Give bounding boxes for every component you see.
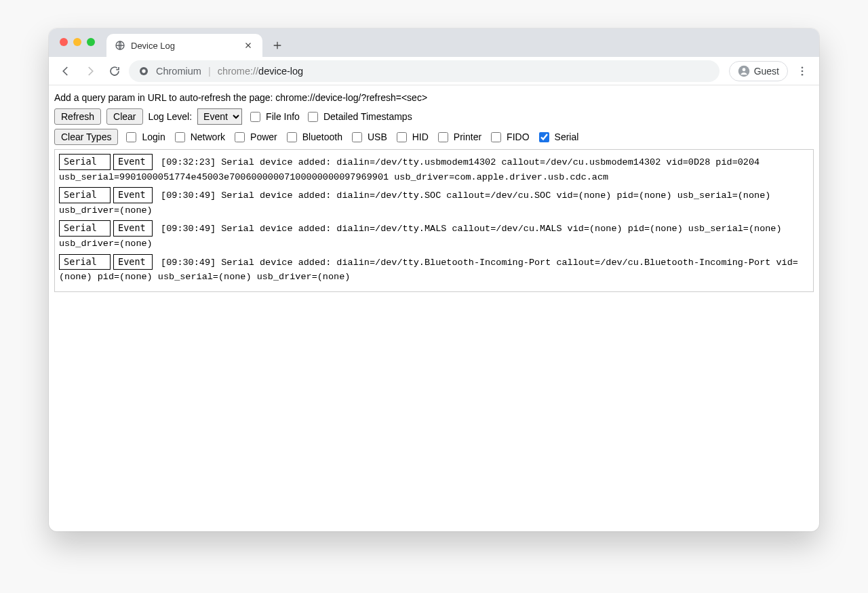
svg-point-7 (802, 73, 804, 75)
window-controls (60, 38, 95, 46)
detailed-timestamps-checkbox[interactable]: Detailed Timestamps (305, 110, 412, 124)
clear-button[interactable]: Clear (106, 108, 142, 125)
log-message: [09:32:23] Serial device added: dialin=/… (59, 157, 760, 182)
type-filter-power-input[interactable] (235, 132, 245, 142)
type-filter-printer-input[interactable] (438, 132, 448, 142)
detailed-timestamps-input[interactable] (308, 112, 318, 122)
type-filter-network-input[interactable] (175, 132, 185, 142)
type-filter-bluetooth[interactable]: Bluetooth (284, 130, 342, 144)
log-entry: SerialEvent [09:30:49] Serial device add… (59, 254, 809, 285)
svg-point-4 (742, 68, 745, 71)
type-filter-login[interactable]: Login (123, 130, 165, 144)
toolbar: Chromium | chrome://device-log Guest (49, 57, 819, 85)
forward-button[interactable] (80, 61, 100, 81)
page-content: Add a query param in URL to auto-refresh… (49, 85, 819, 531)
log-level-label: Log Level: (149, 111, 193, 122)
type-filter-hid-input[interactable] (397, 132, 407, 142)
menu-button[interactable] (792, 61, 812, 81)
log-message: [09:30:49] Serial device added: dialin=/… (59, 258, 798, 283)
back-button[interactable] (56, 61, 76, 81)
log-entry: SerialEvent [09:30:49] Serial device add… (59, 220, 809, 251)
clear-types-button[interactable]: Clear Types (54, 129, 118, 145)
globe-icon (115, 40, 125, 51)
type-filter-serial-input[interactable] (539, 132, 549, 142)
window-minimize-button[interactable] (73, 38, 81, 46)
refresh-hint: Add a query param in URL to auto-refresh… (54, 92, 814, 103)
profile-button[interactable]: Guest (729, 61, 788, 81)
refresh-button[interactable]: Refresh (54, 108, 101, 125)
log-level-select[interactable]: Event (197, 108, 242, 125)
type-filter-fido-input[interactable] (491, 132, 501, 142)
tab-strip: Device Log (49, 28, 819, 57)
chromium-icon (138, 66, 149, 77)
log-message: [09:30:49] Serial device added: dialin=/… (59, 224, 782, 249)
controls-row-2: Clear Types LoginNetworkPowerBluetoothUS… (54, 129, 814, 145)
log-level-tag: Event (113, 254, 153, 270)
log-level-tag: Event (113, 187, 153, 203)
controls-row-1: Refresh Clear Log Level: Event File Info… (54, 108, 814, 125)
log-category-tag: Serial (59, 220, 111, 237)
type-filter-usb[interactable]: USB (349, 130, 387, 144)
type-filter-power[interactable]: Power (232, 130, 277, 144)
log-level-tag: Event (113, 220, 153, 237)
tab-title: Device Log (131, 41, 237, 51)
reload-button[interactable] (104, 61, 125, 81)
log-category-tag: Serial (59, 254, 111, 270)
type-filter-hid[interactable]: HID (394, 130, 429, 144)
log-message: [09:30:49] Serial device added: dialin=/… (59, 190, 770, 216)
log-entry: SerialEvent [09:32:23] Serial device add… (59, 154, 809, 184)
type-filter-network[interactable]: Network (172, 130, 225, 144)
profile-label: Guest (754, 66, 779, 77)
svg-point-2 (142, 69, 145, 73)
log-category-tag: Serial (59, 154, 111, 170)
log-category-tag: Serial (59, 187, 111, 203)
file-info-checkbox[interactable]: File Info (248, 110, 300, 124)
file-info-input[interactable] (250, 112, 260, 122)
type-filter-fido[interactable]: FIDO (488, 130, 529, 144)
tab-close-button[interactable] (242, 39, 254, 52)
type-filter-printer[interactable]: Printer (435, 130, 481, 144)
window-close-button[interactable] (60, 38, 68, 46)
omnibox-separator: | (208, 66, 211, 77)
browser-window: Device Log Chromium | chrome://device-l (49, 28, 819, 531)
log-entry: SerialEvent [09:30:49] Serial device add… (59, 187, 809, 218)
svg-point-6 (802, 70, 804, 72)
type-filter-usb-input[interactable] (352, 132, 362, 142)
person-icon (738, 65, 750, 77)
address-bar[interactable]: Chromium | chrome://device-log (129, 60, 719, 82)
window-zoom-button[interactable] (87, 38, 95, 46)
tab-active[interactable]: Device Log (106, 34, 262, 57)
new-tab-button[interactable] (268, 36, 287, 55)
type-filter-login-input[interactable] (126, 132, 136, 142)
type-filter-bluetooth-input[interactable] (287, 132, 297, 142)
log-level-tag: Event (113, 154, 153, 170)
log-area: SerialEvent [09:32:23] Serial device add… (54, 149, 814, 292)
omnibox-url: chrome://device-log (218, 66, 304, 77)
svg-point-5 (802, 66, 804, 68)
type-filter-serial[interactable]: Serial (536, 130, 579, 144)
omnibox-app-name: Chromium (156, 66, 201, 77)
